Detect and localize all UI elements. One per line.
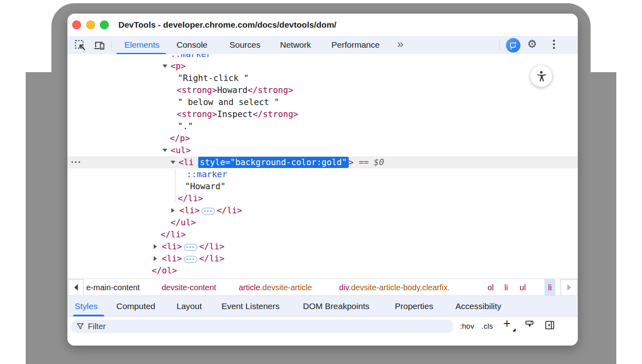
window-title: DevTools - developer.chrome.com/docs/dev… xyxy=(118,20,336,30)
dom-tree-row[interactable]: </li> xyxy=(67,229,578,241)
dom-node-code: </li> xyxy=(160,229,186,241)
window-titlebar: DevTools - developer.chrome.com/docs/dev… xyxy=(67,14,578,36)
dom-tree-row[interactable]: ::marker xyxy=(67,54,578,60)
toggle-hover-state-button[interactable]: :hov xyxy=(460,322,474,331)
expand-arrow-icon[interactable] xyxy=(154,256,157,261)
collapsed-content-ellipsis-button[interactable]: ••• xyxy=(184,244,198,251)
expand-arrow-icon[interactable] xyxy=(163,65,167,68)
dom-node-code: <li>•••</li> xyxy=(179,204,242,216)
dom-tree-row[interactable]: "." xyxy=(67,120,578,132)
code-segment-tag: </strong> xyxy=(248,85,293,95)
tab-network[interactable]: Network xyxy=(280,40,311,50)
styles-filter-bar: :hov .cls + xyxy=(67,317,578,346)
toolbar-divider xyxy=(111,40,112,50)
tab-elements[interactable]: Elements xyxy=(124,40,160,50)
breadcrumb-part: article xyxy=(239,283,260,292)
dom-tree-row[interactable]: ::marker xyxy=(67,168,578,180)
dom-tree-row[interactable]: "Howard" xyxy=(67,180,578,192)
sidebar-tab-computed[interactable]: Computed xyxy=(116,296,155,317)
code-segment-tag: <li> xyxy=(162,254,182,263)
breadcrumb-item[interactable]: e-main-content xyxy=(86,279,140,296)
breadcrumb-item[interactable]: li xyxy=(504,279,508,296)
dom-tree-row[interactable]: </ol> xyxy=(67,265,578,277)
sidebar-tab-accessibility[interactable]: Accessibility xyxy=(455,296,501,317)
dom-node-code: <strong>Inspect</strong> xyxy=(177,108,298,120)
dom-tree-row[interactable]: "Right-click " xyxy=(67,72,578,84)
code-segment-tag: <strong> xyxy=(177,85,217,95)
minimize-window-button[interactable] xyxy=(86,20,95,29)
dom-node-code: <p> xyxy=(171,60,186,72)
filter-input[interactable] xyxy=(88,322,248,331)
more-options-icon[interactable] xyxy=(552,40,555,51)
dom-tree-row[interactable]: <p> xyxy=(67,60,578,72)
breadcrumb-scroll-left-button[interactable] xyxy=(68,279,83,296)
dom-tree-row[interactable]: <li>•••</li> xyxy=(67,241,578,253)
expand-arrow-icon[interactable] xyxy=(171,208,175,213)
inspect-element-icon[interactable] xyxy=(74,39,86,51)
device-toolbar-icon[interactable] xyxy=(93,39,105,51)
tab-console[interactable]: Console xyxy=(177,40,207,50)
breadcrumb-item[interactable]: ol xyxy=(488,279,494,296)
code-segment-tag: <ul> xyxy=(171,146,191,155)
code-segment-tag: </strong> xyxy=(253,109,299,119)
dom-tree-row[interactable]: </li> xyxy=(67,192,578,204)
accessibility-fab[interactable] xyxy=(530,65,552,87)
dom-tree-row[interactable]: </ul> xyxy=(67,216,578,229)
dom-tree-row[interactable]: " below and select " xyxy=(67,96,578,108)
ai-assistant-icon[interactable] xyxy=(506,38,520,53)
breadcrumb-item[interactable]: devsite-content xyxy=(162,279,216,296)
indent-guide xyxy=(175,169,175,203)
sidebar-tab-bar: StylesComputedLayoutEvent ListenersDOM B… xyxy=(67,295,578,317)
sidebar-tab-dom-breakpoints[interactable]: DOM Breakpoints xyxy=(303,296,370,317)
breadcrumb-part: div xyxy=(339,283,349,292)
dom-tree-row[interactable]: <strong>Inspect</strong> xyxy=(67,108,578,120)
code-segment-tag: <li xyxy=(179,158,194,167)
breadcrumb-part: li xyxy=(548,283,552,292)
selected-attribute-chip[interactable]: style="background-color:gold" xyxy=(198,157,349,168)
elements-panel: ::marker<p>"Right-click "<strong>Howard<… xyxy=(67,54,578,279)
dom-tree-row[interactable]: </p> xyxy=(67,132,578,144)
expand-arrow-icon[interactable] xyxy=(154,244,157,249)
tab-performance[interactable]: Performance xyxy=(331,40,380,50)
sidebar-tab-event-listeners[interactable]: Event Listeners xyxy=(221,296,280,317)
code-segment-tag: <li> xyxy=(179,206,200,215)
toggle-sidebar-icon[interactable] xyxy=(544,320,555,332)
page-background: DevTools - developer.chrome.com/docs/dev… xyxy=(0,0,642,364)
code-segment-text: "." xyxy=(178,121,193,131)
sidebar-tab-properties[interactable]: Properties xyxy=(395,296,433,317)
close-window-button[interactable] xyxy=(72,20,81,29)
breadcrumb-item[interactable]: article.devsite-article xyxy=(239,279,312,296)
collapsed-content-ellipsis-button[interactable]: ••• xyxy=(184,256,198,263)
expand-arrow-icon[interactable] xyxy=(163,149,167,152)
active-sidebar-tab-underline xyxy=(73,315,104,316)
code-segment-text: Howard xyxy=(217,85,248,95)
dom-tree-row[interactable]: <li>•••</li> xyxy=(67,204,578,216)
new-style-rule-button[interactable]: + xyxy=(503,316,511,331)
toggle-class-button[interactable]: .cls xyxy=(482,322,493,331)
dom-tree-row[interactable]: •••<listyle="background-color:gold"> == … xyxy=(67,156,578,168)
breadcrumb-item[interactable]: li xyxy=(544,279,555,296)
zoom-window-button[interactable] xyxy=(100,20,109,29)
more-tabs-icon[interactable]: » xyxy=(397,38,404,51)
dom-tree-row[interactable]: <strong>Howard</strong> xyxy=(67,84,578,96)
breadcrumb-item[interactable]: ul xyxy=(520,279,526,296)
settings-gear-icon[interactable]: ⚙ xyxy=(527,38,537,50)
dom-node-code: ::marker xyxy=(171,54,211,60)
expand-arrow-icon[interactable] xyxy=(171,161,175,164)
dom-tree-row[interactable]: <ul> xyxy=(67,144,578,156)
filter-input-wrap[interactable] xyxy=(71,320,453,333)
code-segment-tag: </li> xyxy=(217,206,242,215)
code-segment-text: "Howard" xyxy=(185,182,226,191)
breadcrumb-item[interactable]: div.devsite-article-body.clearfix. xyxy=(339,279,450,296)
sidebar-tab-layout[interactable]: Layout xyxy=(177,296,202,317)
breadcrumb-scroll-right-button[interactable] xyxy=(561,279,578,296)
collapsed-content-ellipsis-button[interactable]: ••• xyxy=(201,208,215,215)
dom-node-code: <ul> xyxy=(171,144,191,156)
sidebar-tab-styles[interactable]: Styles xyxy=(75,296,98,317)
dom-node-code: <li>•••</li> xyxy=(162,241,224,253)
dom-tree-row[interactable]: <li>•••</li> xyxy=(67,253,578,265)
rendering-brush-icon[interactable] xyxy=(524,320,535,332)
code-segment-equals: == xyxy=(354,158,374,167)
code-segment-tag: </ul> xyxy=(171,218,196,227)
tab-sources[interactable]: Sources xyxy=(230,40,260,50)
